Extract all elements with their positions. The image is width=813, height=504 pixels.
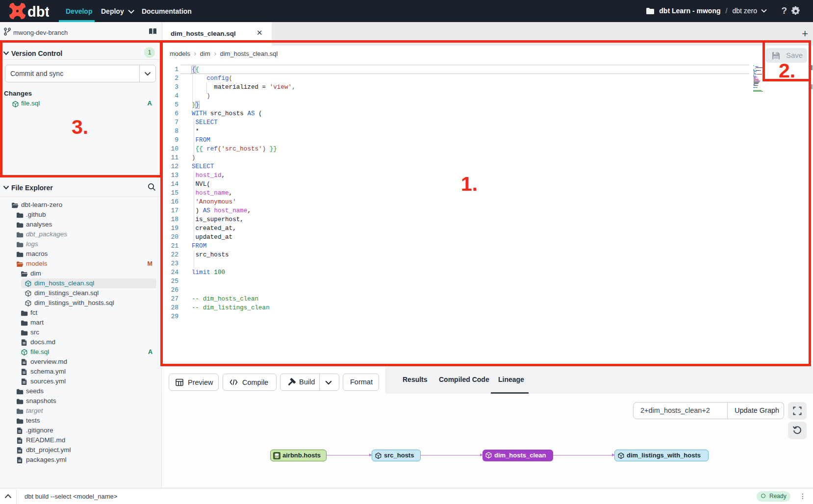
svg-text:dbt: dbt — [27, 4, 49, 20]
